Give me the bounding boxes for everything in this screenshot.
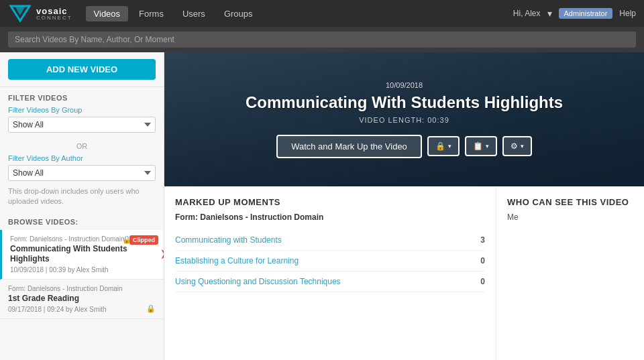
lock-icon: 🔒 [146,304,156,313]
lock-icon: 🔒 [122,235,131,244]
top-nav: vosaic CONNECT Videos Forms Users Groups… [0,0,644,27]
filter-hint: This drop-down includes only users who u… [0,186,164,207]
nav-videos[interactable]: Videos [86,6,129,21]
moment-link[interactable]: Using Questioning and Discussion Techniq… [175,277,341,286]
who-can-see-panel: WHO CAN SEE THIS VIDEO Me [496,186,644,360]
vosaic-logo [8,3,32,23]
moment-count: 0 [465,256,485,265]
arrow-indicator: ➤ [160,245,164,263]
marked-up-panel: MARKED UP MOMENTS Form: Danielsons - Ins… [164,186,496,360]
hero-length: VIDEO LENGTH: 00:39 [359,116,449,124]
chevron-down-icon: ▾ [448,143,451,149]
chevron-down-icon: ▾ [486,143,489,149]
search-input[interactable] [8,32,636,48]
moment-count: 3 [465,235,485,245]
video-hero: 10/09/2018 Communicating With Students H… [164,52,644,186]
help-link[interactable]: Help [619,9,636,18]
moment-row: Using Questioning and Discussion Techniq… [175,272,485,292]
filter-by-author-section: Filter Videos By Author Show All [0,154,164,186]
video-item-title: 1st Grade Reading [8,294,156,304]
marked-up-form: Form: Danielsons - Instruction Domain [175,213,485,222]
add-new-video-button[interactable]: ADD NEW VIDEO [8,59,156,80]
nav-users[interactable]: Users [174,6,213,21]
video-item-date: 09/17/2018 | 09:24 by Alex Smith [8,306,156,313]
search-bar [0,27,644,52]
admin-badge: Administrator [559,8,613,19]
hero-title: Communicating With Students Highlights [246,93,563,112]
moment-link[interactable]: Communicating with Students [175,235,282,245]
nav-groups[interactable]: Groups [216,6,261,21]
browse-videos-title: BROWSE VIDEOS: [0,213,164,230]
filter-author-select[interactable]: Show All [8,165,156,181]
gear-icon: ⚙ [511,141,518,151]
lock-icon: 🔒 [435,141,445,151]
clipped-badge: Clipped [129,235,158,245]
moment-row: Communicating with Students 3 [175,230,485,251]
chevron-down-icon: ▾ [521,143,524,149]
sidebar-top: ADD NEW VIDEO [0,52,164,87]
copy-icon: 📋 [473,141,483,151]
content-area: 10/09/2018 Communicating With Students H… [164,52,644,360]
copy-dropdown-button[interactable]: 📋 ▾ [465,136,497,156]
logo-area: vosaic CONNECT [8,3,72,23]
video-list-item[interactable]: Clipped 🔒 Form: Danielsons - Instruction… [0,230,164,280]
filter-videos-title: FILTER VIDEOS [0,87,164,106]
hero-actions: Watch and Mark Up the Video 🔒 ▾ 📋 ▾ ⚙ ▾ [276,135,532,158]
marked-up-title: MARKED UP MOMENTS [175,197,485,207]
filter-group-select[interactable]: Show All [8,117,156,133]
filter-group-label: Filter Videos By Group [8,106,156,114]
user-greeting[interactable]: Hi, Alex [513,9,541,18]
who-can-see-entry: Me [507,213,633,222]
watch-markup-button[interactable]: Watch and Mark Up the Video [276,135,422,158]
who-can-see-title: WHO CAN SEE THIS VIDEO [507,197,633,207]
nav-links: Videos Forms Users Groups [86,6,513,21]
or-divider: OR [0,142,164,150]
filter-author-label: Filter Videos By Author [8,154,156,162]
video-item-meta: Form: Danielsons - Instruction Domain [8,285,156,292]
sidebar: ADD NEW VIDEO FILTER VIDEOS Filter Video… [0,52,164,360]
filter-by-group-section: Filter Videos By Group Show All [0,106,164,138]
moment-row: Establishing a Culture for Learning 0 [175,251,485,272]
video-item-title: Communicating With Students Highlights [10,244,156,265]
hero-date: 10/09/2018 [386,81,423,89]
nav-right: Hi, Alex ▾ Administrator Help [513,8,636,19]
moment-count: 0 [465,277,485,286]
gear-dropdown-button[interactable]: ⚙ ▾ [502,136,532,156]
moment-link[interactable]: Establishing a Culture for Learning [175,256,299,265]
video-list-item[interactable]: Form: Danielsons - Instruction Domain 1s… [0,280,164,319]
lock-dropdown-button[interactable]: 🔒 ▾ [427,136,460,156]
bottom-panels: MARKED UP MOMENTS Form: Danielsons - Ins… [164,186,644,360]
video-item-date: 10/09/2018 | 00:39 by Alex Smith [10,266,156,274]
main-layout: ADD NEW VIDEO FILTER VIDEOS Filter Video… [0,52,644,360]
nav-forms[interactable]: Forms [131,6,172,21]
